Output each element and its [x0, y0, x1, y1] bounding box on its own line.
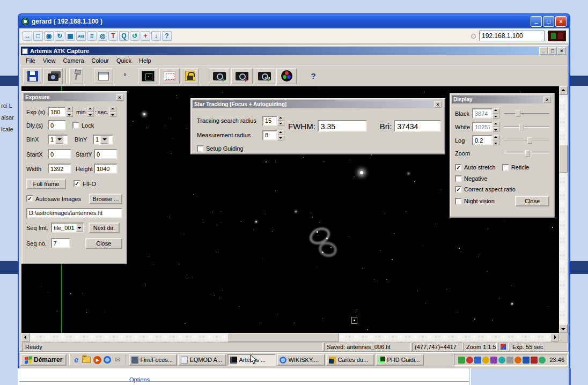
viewer-help-icon[interactable]: ?: [162, 31, 172, 41]
next-dir-button[interactable]: Next dir.: [89, 223, 120, 233]
menu-view[interactable]: View: [39, 57, 60, 64]
media-player-quicklaunch-icon[interactable]: ▶: [93, 356, 101, 364]
clipboard-icon[interactable]: ≡: [87, 31, 97, 41]
taskbar-task-eqmod[interactable]: EQMOD A...: [178, 354, 226, 366]
text-mode-icon[interactable]: AB: [76, 31, 86, 41]
tray-icon[interactable]: [474, 357, 481, 364]
menu-colour[interactable]: Colour: [88, 57, 113, 64]
tray-icon[interactable]: [482, 357, 489, 364]
log-slider[interactable]: [504, 136, 549, 145]
tray-icon[interactable]: [506, 357, 513, 364]
autosave-path-field[interactable]: [26, 208, 122, 218]
binx-dropdown-icon[interactable]: [55, 136, 63, 144]
taskbar-task-cartes[interactable]: Cartes du...: [326, 354, 374, 366]
black-level-spinner[interactable]: [493, 108, 499, 119]
tray-icon[interactable]: [539, 357, 546, 364]
artemis-restore-button[interactable]: □: [548, 47, 557, 55]
tray-icon[interactable]: [458, 357, 465, 364]
horizontal-scrollbar[interactable]: [21, 333, 559, 342]
tracking-target-button[interactable]: [138, 68, 158, 84]
autosave-checkbox[interactable]: [26, 195, 33, 202]
loop-capture-button[interactable]: [209, 68, 230, 84]
artemis-close-button[interactable]: ×: [557, 47, 566, 55]
biny-select[interactable]: 1: [93, 135, 113, 145]
mail-quicklaunch-icon[interactable]: ✉: [113, 356, 122, 364]
continuous-capture-button[interactable]: [231, 68, 253, 84]
tray-icon[interactable]: [531, 357, 538, 364]
window-layout-button[interactable]: [94, 68, 113, 84]
scroll-right-button[interactable]: [550, 333, 559, 342]
measurement-radius-spinner[interactable]: [277, 130, 284, 140]
taskbar-task-finefocus[interactable]: FineFocus...: [129, 354, 177, 366]
exp-seconds-spinner[interactable]: [66, 107, 73, 117]
startx-field[interactable]: [48, 149, 71, 159]
browse-button[interactable]: Browse ...: [89, 194, 122, 204]
sequence-capture-button[interactable]: 123: [254, 68, 275, 84]
taskbar-clock[interactable]: 23:46: [549, 357, 564, 363]
delay-field[interactable]: [48, 120, 66, 130]
auto-stretch-checkbox[interactable]: [455, 164, 462, 171]
exposure-title-bar[interactable]: Exposure: [24, 93, 125, 101]
folder-quicklaunch-icon[interactable]: [82, 357, 91, 363]
artemis-minimize-button[interactable]: _: [539, 47, 548, 55]
save-button[interactable]: [23, 68, 42, 84]
seq-fmt-select[interactable]: file_001: [51, 223, 84, 233]
sync-icon[interactable]: ↺: [130, 31, 139, 41]
white-level-spinner[interactable]: [493, 122, 499, 132]
setup-guiding-checkbox[interactable]: [197, 145, 204, 152]
menu-file[interactable]: File: [22, 57, 39, 64]
ie-quicklaunch-icon[interactable]: e: [72, 356, 80, 364]
white-level-slider[interactable]: [504, 123, 549, 131]
menu-camera[interactable]: Camera: [59, 57, 87, 64]
remote-title-bar[interactable]: gerard ( 192.168.1.100 ) – □ ×: [19, 14, 569, 28]
zoom-slider[interactable]: [505, 149, 549, 158]
vertical-scrollbar[interactable]: [559, 86, 568, 333]
scroll-down-button[interactable]: [559, 324, 568, 333]
seq-no-field[interactable]: [51, 238, 70, 248]
exposure-close-button[interactable]: Close: [85, 238, 122, 249]
width-field[interactable]: [48, 164, 71, 174]
fullscreen-icon[interactable]: □: [33, 31, 43, 41]
minutes-spinner[interactable]: [87, 107, 94, 117]
grid-view-icon[interactable]: ▦: [65, 31, 75, 41]
lock-checkbox[interactable]: [72, 122, 79, 129]
taskbar-task-phd[interactable]: PHD Guidi...: [376, 354, 424, 366]
tracking-radius-spinner[interactable]: [277, 116, 284, 126]
help-button[interactable]: ?: [305, 68, 321, 84]
start-button[interactable]: Démarrer: [20, 354, 67, 366]
scroll-left-button[interactable]: [21, 333, 30, 342]
night-vision-checkbox[interactable]: [455, 198, 462, 205]
colour-wheel-button[interactable]: [276, 68, 297, 84]
tracking-radius-field[interactable]: [262, 116, 277, 126]
measurement-radius-field[interactable]: [262, 130, 277, 140]
tray-icon[interactable]: [514, 357, 521, 364]
temperature-button[interactable]: °: [119, 68, 131, 84]
height-field[interactable]: [94, 164, 117, 174]
starty-field[interactable]: [94, 149, 117, 159]
display-close-icon[interactable]: [543, 97, 551, 103]
globe-icon[interactable]: ◉: [44, 31, 54, 41]
tray-icon[interactable]: [498, 357, 505, 364]
artemis-title-bar[interactable]: Artemis ATK Capture _ □ ×: [21, 47, 567, 55]
vertical-scroll-track[interactable]: [559, 95, 568, 324]
correct-aspect-checkbox[interactable]: [455, 186, 462, 193]
full-frame-button[interactable]: Full frame: [26, 179, 66, 189]
biny-dropdown-icon[interactable]: [100, 136, 108, 144]
host-address-field[interactable]: [479, 31, 545, 41]
display-title-bar[interactable]: Display: [452, 95, 553, 103]
subframe-select-button[interactable]: [159, 68, 180, 84]
zoom-toggle-icon[interactable]: Q: [119, 31, 129, 41]
exposure-close-icon[interactable]: [116, 94, 123, 101]
add-monitor-icon[interactable]: +: [141, 31, 150, 41]
menu-help[interactable]: Help: [135, 57, 155, 64]
seq-fmt-dropdown-icon[interactable]: [76, 224, 83, 232]
binx-select[interactable]: 1: [48, 135, 68, 145]
negative-checkbox[interactable]: [455, 175, 462, 182]
black-level-slider[interactable]: [504, 109, 549, 118]
scroll-up-button[interactable]: [559, 86, 568, 95]
vertical-scroll-thumb[interactable]: [559, 145, 568, 173]
fifo-checkbox[interactable]: [74, 180, 80, 187]
tray-icon[interactable]: [466, 357, 473, 364]
seconds-spinner[interactable]: [109, 107, 116, 117]
display-close-button[interactable]: Close: [515, 196, 549, 206]
